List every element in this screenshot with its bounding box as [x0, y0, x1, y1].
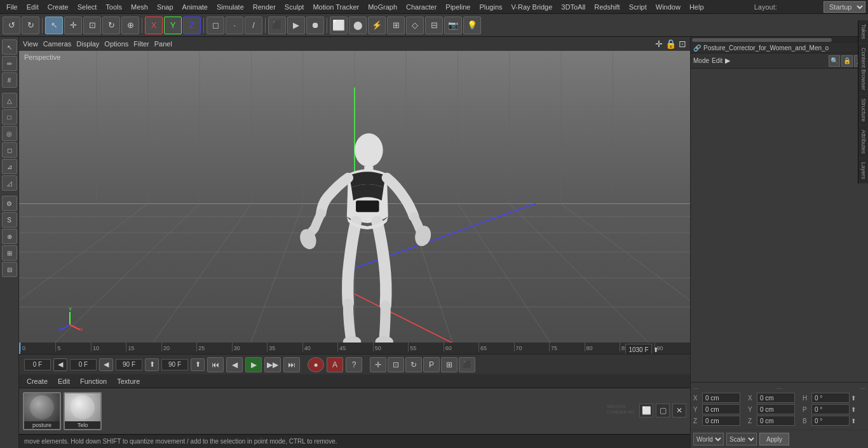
sb-select[interactable]: ↖: [2, 39, 17, 55]
step-back-btn[interactable]: ◀: [226, 357, 243, 372]
vtab-structure[interactable]: Structure: [858, 95, 868, 126]
menu-sculpt[interactable]: Sculpt: [281, 2, 308, 12]
vtab-takes[interactable]: Takes: [858, 20, 868, 44]
viewport-filter[interactable]: Filter: [133, 40, 149, 48]
sb-mode2[interactable]: □: [2, 109, 17, 125]
p-input[interactable]: [811, 404, 850, 414]
auto-key-btn[interactable]: A: [327, 357, 343, 372]
viewport-cameras[interactable]: Cameras: [43, 40, 72, 48]
line-btn[interactable]: ◇: [406, 17, 424, 34]
record-btn[interactable]: ●: [308, 357, 324, 372]
sb-mode4[interactable]: ◻: [2, 142, 17, 158]
cube-view-btn[interactable]: ⬜: [330, 17, 348, 34]
menu-vray[interactable]: V-Ray Bridge: [508, 2, 557, 12]
goto-start-btn[interactable]: ⏮: [207, 357, 224, 372]
edge-mode-btn[interactable]: /: [245, 17, 262, 34]
menu-script[interactable]: Script: [625, 2, 651, 12]
layout-select[interactable]: Startup: [824, 1, 865, 13]
viewport[interactable]: View Cameras Display Options Filter Pane…: [19, 37, 690, 343]
vtab-layers[interactable]: Layers: [858, 158, 868, 184]
end-frame-stepper[interactable]: ⬆: [145, 358, 159, 371]
sb-mode3[interactable]: ◎: [2, 126, 17, 141]
object-mode-btn[interactable]: ◻: [207, 17, 224, 34]
menu-character[interactable]: Character: [402, 2, 440, 12]
y-axis-button[interactable]: Y: [164, 17, 182, 34]
sb-mode6[interactable]: ◿: [2, 175, 17, 191]
sb-grid[interactable]: #: [2, 72, 17, 88]
y2-input[interactable]: [757, 404, 795, 414]
scale-keyframe-btn[interactable]: ⊡: [388, 357, 404, 372]
viewport-layout-btn[interactable]: ⊟: [425, 17, 443, 34]
app-icon-1[interactable]: ⬜: [639, 404, 653, 417]
menu-mograph[interactable]: MoGraph: [364, 2, 401, 12]
mat-function[interactable]: Function: [78, 377, 109, 386]
end-frame-input[interactable]: [116, 359, 142, 370]
vtab-attributes[interactable]: Attributes: [858, 126, 868, 158]
viewport-lock-icon[interactable]: 🔒: [665, 39, 676, 49]
x2-input[interactable]: [757, 393, 795, 403]
undo-button[interactable]: ↺: [3, 17, 20, 34]
viewport-panel[interactable]: Panel: [154, 40, 172, 48]
rotate-keyframe-btn[interactable]: ↻: [405, 357, 422, 372]
viewport-display[interactable]: Display: [76, 40, 99, 48]
x-axis-button[interactable]: X: [145, 17, 163, 34]
point-mode-btn[interactable]: ·: [226, 17, 243, 34]
end-frame-stepper2[interactable]: ⬆: [191, 358, 205, 371]
frame-stepper[interactable]: ⬆: [653, 346, 658, 353]
viewport-options[interactable]: Options: [104, 40, 128, 48]
snap-btn[interactable]: ⬛: [459, 357, 475, 372]
menu-tools[interactable]: Tools: [102, 2, 126, 12]
mat-create[interactable]: Create: [24, 377, 50, 386]
b-input[interactable]: [811, 416, 850, 426]
scale-tool[interactable]: ⊡: [83, 17, 101, 34]
hair-btn[interactable]: ⚡: [368, 17, 386, 34]
menu-motion-tracker[interactable]: Motion Tracker: [309, 2, 363, 12]
goto-end-btn[interactable]: ⏭: [283, 357, 300, 372]
h-stepper[interactable]: ⬆: [851, 395, 856, 402]
light-btn[interactable]: 💡: [463, 17, 481, 34]
move-keyframe-btn[interactable]: ✛: [370, 357, 386, 372]
app-icon-2[interactable]: ▢: [656, 404, 670, 417]
info-btn[interactable]: ?: [346, 357, 362, 372]
sb-s2[interactable]: S: [2, 212, 17, 227]
sb-mode1[interactable]: △: [2, 93, 17, 108]
world-select[interactable]: World: [693, 433, 724, 445]
rotate-tool[interactable]: ↻: [102, 17, 120, 34]
mat-edit[interactable]: Edit: [55, 377, 72, 386]
y-input[interactable]: [702, 404, 740, 414]
viewport-max-icon[interactable]: ⊡: [679, 39, 686, 49]
close-app-btn[interactable]: ✕: [672, 404, 686, 417]
sb-s3[interactable]: ⊕: [2, 229, 17, 244]
menu-help[interactable]: Help: [686, 2, 708, 12]
param-keyframe-btn[interactable]: P: [423, 357, 440, 372]
menu-create[interactable]: Create: [44, 2, 72, 12]
menu-plugins[interactable]: Plugins: [475, 2, 506, 12]
viewport-view[interactable]: View: [23, 40, 38, 48]
lock-attr-btn[interactable]: 🔒: [841, 55, 853, 67]
scale-select[interactable]: Scale: [726, 433, 757, 445]
sb-s1[interactable]: ⚙: [2, 196, 17, 211]
menu-snap[interactable]: Snap: [153, 2, 177, 12]
apply-button[interactable]: Apply: [759, 433, 789, 445]
select-tool[interactable]: ↖: [45, 17, 63, 34]
sb-edit[interactable]: ✏: [2, 56, 17, 71]
menu-window[interactable]: Window: [652, 2, 684, 12]
move-tool[interactable]: ✛: [64, 17, 82, 34]
current-frame-input[interactable]: [24, 359, 51, 370]
viewport-move-icon[interactable]: ✛: [655, 39, 663, 49]
start-frame-input[interactable]: [70, 359, 97, 370]
x-input[interactable]: [702, 393, 740, 403]
menu-redshift[interactable]: Redshift: [590, 2, 623, 12]
universal-tool[interactable]: ⊕: [121, 17, 139, 34]
frame-back-input-btn[interactable]: ◀: [53, 358, 67, 371]
end-frame-input2[interactable]: [161, 359, 188, 370]
all-keys-btn[interactable]: ⊞: [441, 357, 458, 372]
attr-arrow-icon[interactable]: ▶: [725, 57, 730, 65]
paint-btn[interactable]: ⬤: [349, 17, 367, 34]
menu-render[interactable]: Render: [249, 2, 280, 12]
render-region-btn[interactable]: ⬛: [268, 17, 286, 34]
z2-input[interactable]: [757, 416, 795, 426]
sb-s4[interactable]: ⊞: [2, 245, 17, 261]
render-btn[interactable]: ⏺: [306, 17, 324, 34]
b-stepper[interactable]: ⬆: [851, 417, 856, 424]
